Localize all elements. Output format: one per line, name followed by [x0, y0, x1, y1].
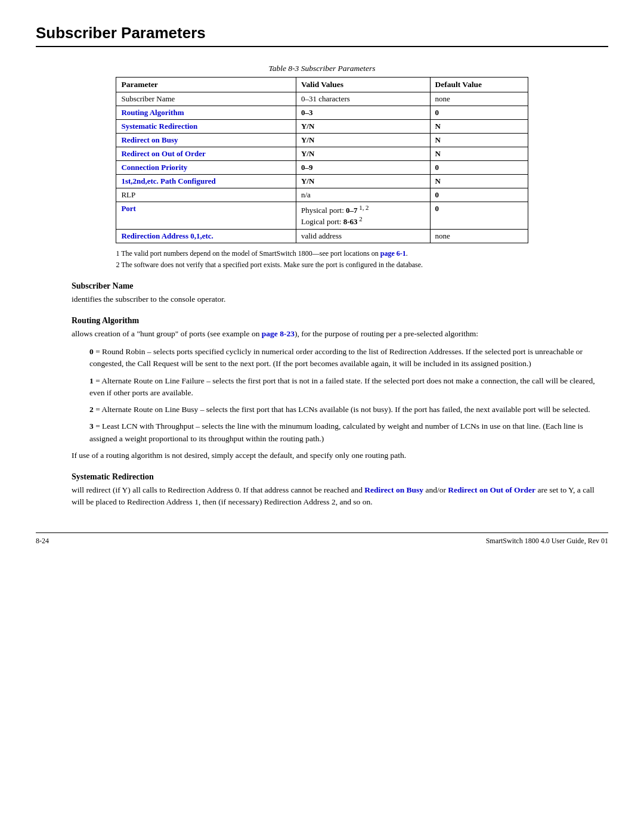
- col-header-default: Default Value: [430, 78, 528, 92]
- routing-item-2: 2 = Alternate Route on Line Busy – selec…: [36, 404, 608, 416]
- footnote-2: 2 The software does not verify that a sp…: [116, 261, 528, 270]
- subscriber-name-text: identifies the subscriber to the console…: [72, 293, 608, 305]
- systematic-redirection-text: will redirect (if Y) all calls to Redire…: [72, 484, 608, 509]
- default-cell-9: none: [430, 229, 528, 243]
- footer-page-number: 8-24: [36, 537, 49, 546]
- footnotes: 1 The valid port numbers depend on the m…: [116, 249, 528, 270]
- section-heading-subscriber-name: Subscriber Name: [36, 281, 608, 291]
- routing-outro: If use of a routing algorithm is not des…: [36, 450, 608, 462]
- valid-cell-2: Y/N: [296, 120, 430, 134]
- param-link-8[interactable]: Port: [121, 204, 136, 213]
- default-cell-5: 0: [430, 161, 528, 175]
- default-cell-3: N: [430, 134, 528, 147]
- valid-cell-7: n/a: [296, 188, 430, 202]
- routing-item-1: 1 = Alternate Route on Line Failure – se…: [36, 375, 608, 400]
- default-cell-2: N: [430, 120, 528, 134]
- footnote-1: 1 The valid port numbers depend on the m…: [116, 249, 528, 258]
- default-cell-0: none: [430, 92, 528, 106]
- section-body-routing-algorithm: allows creation of a "hunt group" of por…: [36, 328, 608, 340]
- valid-cell-0: 0–31 characters: [296, 92, 430, 106]
- redirect-busy-link[interactable]: Redirect on Busy: [364, 485, 423, 494]
- section-body-systematic-redirection: will redirect (if Y) all calls to Redire…: [36, 484, 608, 509]
- default-cell-6: N: [430, 175, 528, 188]
- default-cell-4: N: [430, 147, 528, 161]
- routing-item-3: 3 = Least LCN with Throughput – selects …: [36, 420, 608, 445]
- routing-intro: allows creation of a "hunt group" of por…: [72, 328, 608, 340]
- table-caption: Table 8-3 Subscriber Parameters: [36, 64, 608, 73]
- default-cell-7: 0: [430, 188, 528, 202]
- param-link-9[interactable]: Redirection Address 0,1,etc.: [121, 231, 213, 240]
- valid-cell-6: Y/N: [296, 175, 430, 188]
- col-header-valid: Valid Values: [296, 78, 430, 92]
- page-title: Subscriber Parameters: [36, 24, 608, 47]
- section-body-subscriber-name: identifies the subscriber to the console…: [36, 293, 608, 305]
- routing-page-link[interactable]: page 8-23: [262, 329, 295, 338]
- valid-cell-9: valid address: [296, 229, 430, 243]
- routing-outro-text: If use of a routing algorithm is not des…: [72, 450, 608, 462]
- param-link-3[interactable]: Redirect on Busy: [121, 135, 178, 144]
- valid-cell-4: Y/N: [296, 147, 430, 161]
- routing-item-0: 0 = Round Robin – selects ports specifie…: [36, 346, 608, 370]
- param-link-6[interactable]: 1st,2nd,etc. Path Configured: [121, 176, 215, 185]
- param-link-2[interactable]: Systematic Redirection: [121, 122, 197, 131]
- valid-cell-8: Physical port: 0–7 1, 2Logical port: 8-6…: [296, 202, 430, 230]
- section-heading-systematic-redirection: Systematic Redirection: [36, 472, 608, 482]
- param-link-1[interactable]: Routing Algorithm: [121, 108, 184, 117]
- default-cell-1: 0: [430, 106, 528, 120]
- col-header-parameter: Parameter: [116, 78, 296, 92]
- footer: 8-24 SmartSwitch 1800 4.0 User Guide, Re…: [36, 532, 608, 546]
- section-heading-routing-algorithm: Routing Algorithm: [36, 316, 608, 326]
- param-cell-7: RLP: [116, 188, 296, 202]
- param-cell-0: Subscriber Name: [116, 92, 296, 106]
- default-cell-8: 0: [430, 202, 528, 230]
- valid-cell-1: 0–3: [296, 106, 430, 120]
- valid-cell-5: 0–9: [296, 161, 430, 175]
- param-link-4[interactable]: Redirect on Out of Order: [121, 149, 205, 158]
- redirect-out-of-order-link[interactable]: Redirect on Out of Order: [448, 485, 535, 494]
- valid-cell-3: Y/N: [296, 134, 430, 147]
- param-link-5[interactable]: Connection Priority: [121, 163, 187, 172]
- footer-doc-title: SmartSwitch 1800 4.0 User Guide, Rev 01: [486, 537, 608, 546]
- params-table: Parameter Valid Values Default Value Sub…: [116, 77, 528, 243]
